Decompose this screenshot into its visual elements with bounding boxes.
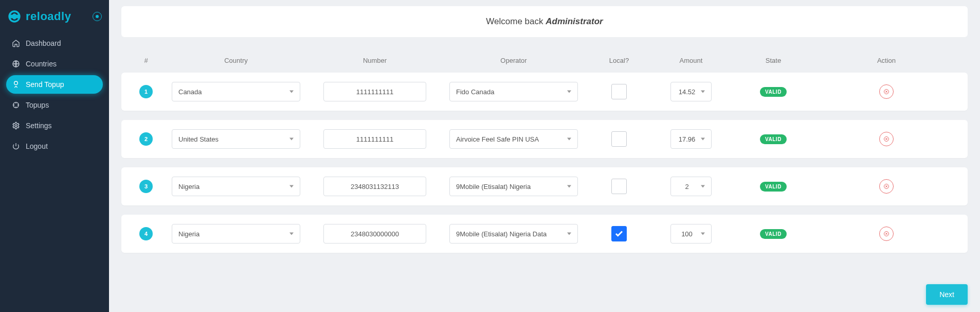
brand: reloadly: [0, 5, 109, 34]
topup-icon: [11, 80, 21, 89]
number-input[interactable]: 2348031132113: [323, 177, 426, 196]
col-header-local: Local?: [588, 57, 650, 64]
sidebar-item-label: Send Topup: [26, 80, 64, 89]
number-input-value: 2348031132113: [351, 183, 399, 190]
amount-value: 2: [685, 183, 688, 190]
row-index-badge: 2: [139, 132, 153, 146]
topup-table: # Country Number Operator Local? Amount …: [121, 51, 968, 253]
state-badge: VALID: [760, 229, 787, 239]
welcome-banner: Welcome back Administrator: [121, 6, 968, 37]
country-select-value: Nigeria: [178, 183, 199, 190]
sidebar-item-label: Dashboard: [26, 39, 61, 47]
next-button[interactable]: Next: [926, 284, 968, 305]
state-badge: VALID: [760, 134, 787, 144]
amount-select[interactable]: 2: [670, 177, 712, 196]
gear-icon: [11, 121, 21, 130]
country-select[interactable]: Nigeria: [172, 177, 300, 196]
operator-select-value: 9Mobile (Etisalat) Nigeria Data: [456, 230, 547, 238]
country-select-value: United States: [178, 135, 219, 143]
sidebar-item-label: Settings: [26, 122, 52, 130]
col-header-operator: Operator: [439, 57, 588, 64]
power-icon: [11, 142, 21, 151]
number-input[interactable]: 1111111111: [323, 82, 426, 101]
local-checkbox[interactable]: [611, 226, 627, 241]
table-header: # Country Number Operator Local? Amount …: [121, 51, 968, 73]
number-input-value: 1111111111: [356, 88, 393, 96]
sidebar-item-topups[interactable]: Topups: [6, 96, 103, 114]
brand-name: reloadly: [26, 10, 71, 23]
sidebar-item-label: Logout: [26, 142, 48, 150]
amount-value: 100: [681, 230, 693, 238]
table-row: 1Canada1111111111Fido Canada14.52VALID: [121, 73, 968, 111]
col-header-action: Action: [814, 57, 958, 64]
svg-point-3: [15, 125, 17, 127]
globe-icon: [11, 59, 21, 68]
state-badge: VALID: [760, 182, 787, 192]
table-row: 4Nigeria23480300000009Mobile (Etisalat) …: [121, 215, 968, 253]
col-header-number: Number: [311, 57, 439, 64]
row-delete-button[interactable]: [879, 179, 894, 194]
sidebar-item-label: Topups: [26, 101, 49, 109]
operator-select[interactable]: Fido Canada: [449, 82, 578, 101]
amount-value: 14.52: [679, 88, 696, 96]
country-select[interactable]: Canada: [172, 82, 300, 101]
operator-select[interactable]: 9Mobile (Etisalat) Nigeria: [449, 177, 578, 196]
operator-select-value: Airvoice Feel Safe PIN USA: [456, 135, 539, 143]
svg-point-1: [14, 81, 18, 85]
spinner-icon: [11, 100, 21, 110]
local-checkbox[interactable]: [611, 84, 627, 99]
sidebar-item-label: Countries: [26, 60, 57, 68]
welcome-username: Administrator: [546, 16, 603, 26]
number-input-value: 1111111111: [356, 135, 393, 143]
number-input[interactable]: 1111111111: [323, 129, 426, 149]
local-checkbox[interactable]: [611, 131, 627, 147]
sidebar-item-settings[interactable]: Settings: [6, 116, 103, 135]
sidebar-item-countries[interactable]: Countries: [6, 55, 103, 73]
country-select[interactable]: Nigeria: [172, 224, 300, 244]
brand-logo-icon: [7, 9, 22, 24]
row-index-badge: 4: [139, 227, 153, 240]
row-delete-button[interactable]: [879, 227, 894, 241]
operator-select-value: Fido Canada: [456, 88, 494, 96]
main-content: Welcome back Administrator # Country Num…: [109, 0, 980, 312]
amount-value: 17.96: [679, 135, 696, 143]
amount-select[interactable]: 100: [670, 224, 712, 244]
row-delete-button[interactable]: [879, 132, 894, 146]
sidebar: reloadly DashboardCountriesSend TopupTop…: [0, 0, 109, 312]
sidebar-nav: DashboardCountriesSend TopupTopupsSettin…: [0, 34, 109, 155]
sidebar-item-logout[interactable]: Logout: [6, 137, 103, 155]
country-select[interactable]: United States: [172, 129, 300, 149]
local-checkbox[interactable]: [611, 179, 627, 194]
col-header-index: #: [131, 57, 161, 64]
amount-select[interactable]: 14.52: [670, 82, 712, 101]
sidebar-item-dashboard[interactable]: Dashboard: [6, 34, 103, 53]
amount-select[interactable]: 17.96: [670, 129, 712, 149]
table-row: 2United States1111111111Airvoice Feel Sa…: [121, 120, 968, 158]
number-input[interactable]: 2348030000000: [323, 224, 426, 244]
row-index-badge: 1: [139, 85, 153, 98]
col-header-country: Country: [161, 57, 311, 64]
col-header-amount: Amount: [650, 57, 732, 64]
country-select-value: Canada: [178, 88, 202, 96]
operator-select[interactable]: Airvoice Feel Safe PIN USA: [449, 129, 578, 149]
home-icon: [11, 39, 21, 48]
table-row: 3Nigeria23480311321139Mobile (Etisalat) …: [121, 167, 968, 205]
sidebar-item-send-topup[interactable]: Send Topup: [6, 75, 103, 94]
number-input-value: 2348030000000: [351, 230, 399, 238]
country-select-value: Nigeria: [178, 230, 199, 238]
row-index-badge: 3: [139, 180, 153, 193]
operator-select-value: 9Mobile (Etisalat) Nigeria: [456, 183, 531, 190]
state-badge: VALID: [760, 87, 787, 97]
brand-badge-icon: [93, 12, 102, 21]
col-header-state: State: [732, 57, 814, 64]
welcome-prefix: Welcome back: [486, 16, 546, 26]
row-delete-button[interactable]: [879, 84, 894, 99]
operator-select[interactable]: 9Mobile (Etisalat) Nigeria Data: [449, 224, 578, 244]
